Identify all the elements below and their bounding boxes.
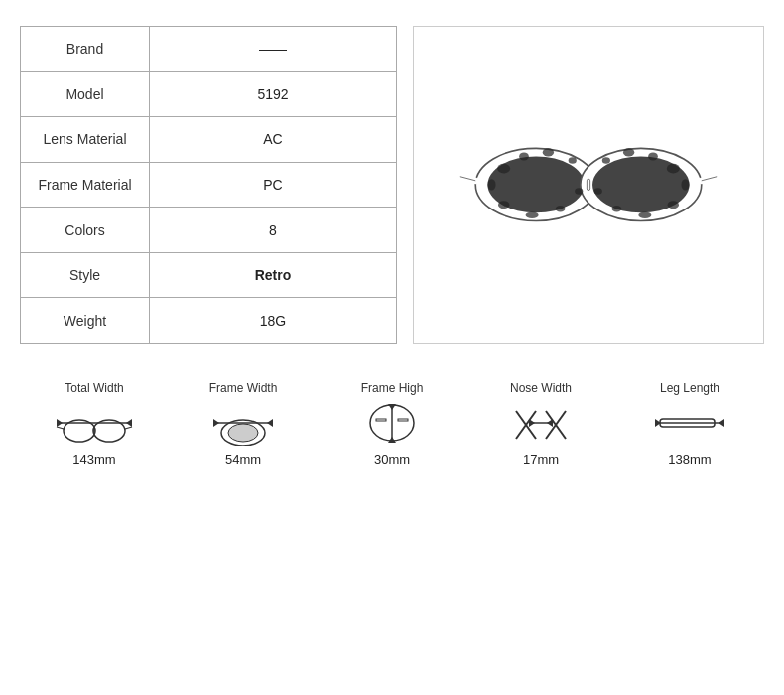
svg-point-18 xyxy=(681,179,689,190)
dimension-label: Total Width xyxy=(65,381,123,395)
svg-line-33 xyxy=(57,427,64,429)
svg-marker-37 xyxy=(267,419,273,427)
svg-point-19 xyxy=(668,201,679,208)
svg-point-15 xyxy=(648,153,658,161)
table-label-cell: Lens Material xyxy=(21,117,150,163)
frame-width-icon xyxy=(203,401,283,446)
dimension-label: Leg Length xyxy=(660,381,719,395)
dimension-label: Nose Width xyxy=(510,381,572,395)
table-value-cell: Retro xyxy=(150,252,397,298)
svg-marker-42 xyxy=(388,437,396,443)
svg-rect-4 xyxy=(587,179,589,190)
table-row: StyleRetro xyxy=(21,252,397,298)
dimension-value: 138mm xyxy=(668,452,711,467)
svg-rect-45 xyxy=(398,419,408,421)
table-row: Weight18G xyxy=(21,298,397,344)
svg-point-14 xyxy=(667,164,680,174)
table-value-cell: AC xyxy=(150,117,397,163)
svg-point-39 xyxy=(228,424,258,442)
svg-marker-28 xyxy=(57,419,63,427)
svg-marker-36 xyxy=(213,419,219,427)
product-image xyxy=(459,128,718,241)
dimension-item: Leg Length 138mm xyxy=(650,381,729,467)
dimension-item: Total Width 143mm xyxy=(55,381,134,467)
product-image-container xyxy=(413,26,764,344)
svg-point-6 xyxy=(519,153,529,161)
page-header xyxy=(0,0,784,22)
table-label-cell: Weight xyxy=(21,298,150,344)
table-value-cell: 8 xyxy=(150,208,397,253)
table-row: Lens MaterialAC xyxy=(21,117,397,163)
svg-point-16 xyxy=(623,148,634,156)
svg-point-17 xyxy=(602,157,610,164)
dimension-item: Frame High 30mm xyxy=(352,381,432,467)
main-content: Brand——Model5192Lens MaterialACFrame Mat… xyxy=(0,26,784,344)
svg-line-34 xyxy=(125,427,132,429)
table-value-cell: 18G xyxy=(150,298,397,344)
svg-point-13 xyxy=(575,188,583,195)
dimension-value: 54mm xyxy=(225,452,261,467)
svg-point-5 xyxy=(497,164,510,174)
svg-point-8 xyxy=(569,157,577,164)
dimensions-section: Total Width 143mmFrame Width 54mmFrame H… xyxy=(0,353,784,477)
svg-rect-44 xyxy=(376,419,386,421)
svg-marker-29 xyxy=(126,419,132,427)
svg-point-7 xyxy=(543,148,554,156)
nose-width-icon xyxy=(501,401,581,446)
svg-point-20 xyxy=(638,212,651,219)
table-row: Model5192 xyxy=(21,71,397,117)
table-value-cell: 5192 xyxy=(150,71,397,117)
svg-point-21 xyxy=(612,206,622,212)
table-value-cell: PC xyxy=(150,162,397,208)
table-label-cell: Brand xyxy=(21,27,150,72)
table-row: Brand—— xyxy=(21,27,397,72)
dimension-value: 30mm xyxy=(374,452,410,467)
svg-point-12 xyxy=(556,206,566,212)
product-info-table: Brand——Model5192Lens MaterialACFrame Mat… xyxy=(20,26,397,344)
table-row: Colors8 xyxy=(21,208,397,253)
svg-point-11 xyxy=(526,212,539,219)
dimension-item: Nose Width 17mm xyxy=(501,381,581,467)
dimension-label: Frame Width xyxy=(209,381,278,395)
table-row: Frame MaterialPC xyxy=(21,162,397,208)
dimension-value: 17mm xyxy=(523,452,559,467)
table-label-cell: Style xyxy=(21,252,150,298)
table-label-cell: Frame Material xyxy=(21,162,150,208)
leg-length-icon xyxy=(650,401,729,446)
total-width-icon xyxy=(55,401,134,446)
frame-high-icon xyxy=(352,401,432,446)
table-label-cell: Model xyxy=(21,71,150,117)
svg-point-10 xyxy=(498,201,509,208)
dimension-item: Frame Width 54mm xyxy=(203,381,283,467)
svg-point-22 xyxy=(594,188,602,195)
svg-marker-55 xyxy=(719,419,724,427)
table-value-cell: —— xyxy=(150,27,397,72)
dimension-label: Frame High xyxy=(361,381,424,395)
svg-point-9 xyxy=(487,179,495,190)
dimension-value: 143mm xyxy=(72,452,115,467)
table-label-cell: Colors xyxy=(21,208,150,253)
